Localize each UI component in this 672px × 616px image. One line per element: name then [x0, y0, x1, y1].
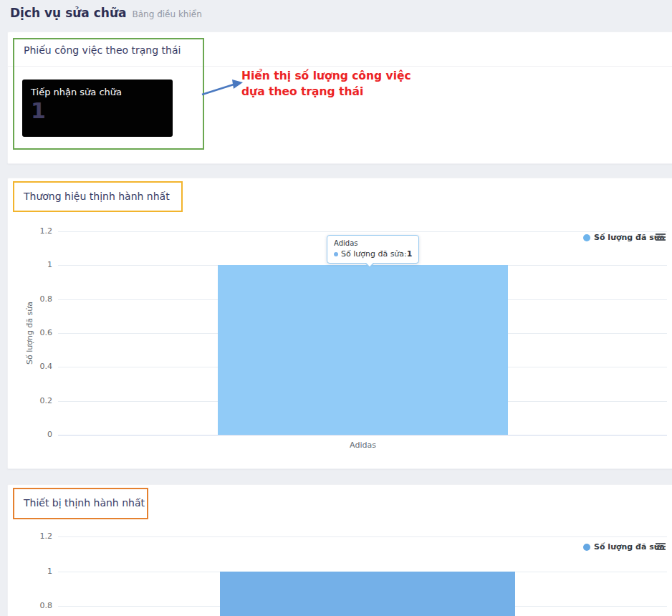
chart-tooltip: Adidas Số lượng đã sửa: 1 [327, 235, 419, 264]
status-card-title: Phiếu công việc theo trạng thái [24, 44, 181, 56]
y-axis-tick-label: 0.2 [21, 396, 52, 405]
bar-adidas[interactable] [218, 265, 508, 435]
y-axis-tick-label: 0.8 [21, 601, 52, 610]
annotation-arrow-icon [201, 74, 245, 99]
plot-area [58, 536, 667, 616]
brand-chart-card: Thương hiệu thịnh hành nhất Số lượng đã … [7, 178, 672, 469]
annotation-note-line1: Hiển thị số lượng công việc [241, 68, 411, 84]
y-axis-tick-label: 1 [21, 567, 52, 576]
device-chart-card: Thiết bị thịnh hành nhất 1.2 1 0.8 Số lư… [7, 484, 672, 616]
legend-marker-icon [583, 544, 590, 551]
tooltip-pointer-fill [365, 262, 374, 266]
bar-device[interactable] [220, 572, 515, 616]
gridline [58, 231, 667, 232]
tooltip-series-value: 1 [407, 249, 413, 259]
x-axis-tick-label: Adidas [218, 441, 508, 450]
tooltip-series-label: Số lượng đã sửa: [341, 249, 407, 259]
gridline [58, 536, 667, 537]
tooltip-series-marker-icon [334, 252, 338, 256]
y-axis-tick-label: 1 [21, 260, 52, 269]
status-tile-label: Tiếp nhận sửa chữa [31, 87, 164, 97]
chart-context-menu-icon[interactable] [656, 234, 666, 241]
y-axis-tick-label: 0.6 [21, 328, 52, 337]
status-tile-value: 1 [31, 100, 164, 122]
legend-label: Số lượng đã sửa [594, 542, 665, 552]
page-title: Dịch vụ sửa chữa [10, 6, 127, 20]
page-subtitle: Bảng điều khiển [133, 9, 202, 19]
legend-marker-icon [583, 234, 590, 241]
status-tile-tiep-nhan-sua-chua[interactable]: Tiếp nhận sửa chữa 1 [22, 80, 173, 137]
page-header: Dịch vụ sửa chữaBảng điều khiển [10, 6, 202, 20]
brand-card-title: Thương hiệu thịnh hành nhất [24, 191, 170, 202]
y-axis-tick-label: 0.8 [21, 294, 52, 304]
annotation-note: Hiển thị số lượng công việc dựa theo trạ… [241, 68, 411, 100]
y-axis-tick-label: 0.4 [21, 362, 52, 371]
chart-context-menu-icon[interactable] [656, 543, 666, 551]
legend[interactable]: Số lượng đã sửa [583, 542, 666, 552]
y-axis-tick-label: 1.2 [21, 226, 52, 236]
tooltip-category: Adidas [334, 239, 412, 247]
y-axis-tick-label: 1.2 [21, 531, 52, 541]
tooltip-series-row: Số lượng đã sửa: 1 [334, 249, 412, 259]
divider [8, 66, 672, 67]
legend[interactable]: Số lượng đã sửa [583, 233, 666, 242]
y-axis-tick-label: 0 [21, 430, 52, 439]
legend-label: Số lượng đã sửa [594, 233, 665, 242]
device-card-title: Thiết bị thịnh hành nhất [24, 497, 145, 509]
annotation-note-line2: dựa theo trạng thái [241, 84, 411, 100]
